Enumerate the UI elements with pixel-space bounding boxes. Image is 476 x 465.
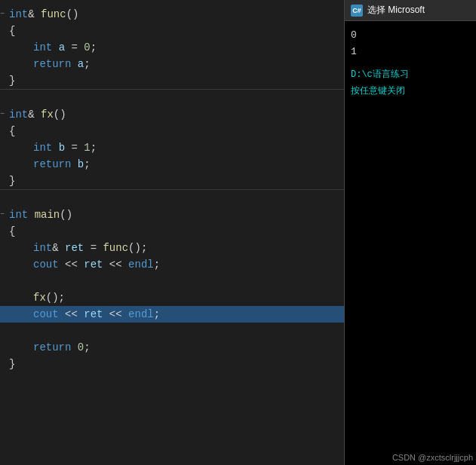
code-line-18: fx(); (0, 289, 355, 306)
code-line-16: cout << ret << endl; (0, 256, 355, 273)
console-output-0: 0 (351, 27, 470, 44)
console-title-bar: C# 选择 Microsoft (345, 0, 476, 21)
code-editor: − int& func() { int a = 0; return a; } −… (0, 0, 355, 465)
fold-indicator-8 (0, 123, 9, 139)
fold-indicator-14 (0, 223, 9, 240)
code-line-17 (0, 273, 355, 289)
code-line-20 (0, 323, 355, 339)
code-line-13: − int main() (0, 206, 355, 223)
code-line-9: int b = 1; (0, 139, 355, 156)
console-panel: C# 选择 Microsoft 0 1 D:\c语言练习 按任意键关闭 (344, 0, 476, 465)
fold-indicator-9 (0, 139, 9, 156)
code-line-15: int& ret = func(); (0, 240, 355, 256)
fold-indicator-7[interactable]: − (0, 106, 9, 123)
code-line-3: int a = 0; (0, 39, 355, 56)
watermark: CSDN @zxctsclrjjjcph (392, 453, 473, 462)
code-line-6 (0, 90, 355, 106)
console-path-area: D:\c语言练习 按任意键关闭 (351, 66, 470, 99)
console-body: 0 1 D:\c语言练习 按任意键关闭 (345, 21, 476, 465)
code-line-5: } (0, 72, 355, 89)
console-path: D:\c语言练习 (351, 66, 470, 83)
fold-indicator-1[interactable]: − (0, 6, 9, 23)
console-output-1: 1 (351, 44, 470, 60)
code-line-2: { (0, 23, 355, 39)
fold-indicator-5 (0, 72, 9, 89)
fold-indicator-19 (0, 306, 9, 323)
fold-indicator-2 (0, 23, 9, 39)
code-line-14: { (0, 223, 355, 240)
fold-indicator-15 (0, 240, 9, 256)
console-title-text: 选择 Microsoft (367, 4, 425, 17)
fold-indicator-16 (0, 256, 9, 273)
fold-indicator-21 (0, 339, 9, 356)
code-line-4: return a; (0, 56, 355, 72)
fold-indicator-10 (0, 156, 9, 173)
fold-indicator-13[interactable]: − (0, 206, 9, 223)
console-app-icon: C# (351, 5, 363, 17)
code-line-22: } (0, 356, 355, 372)
code-line-1: − int& func() (0, 6, 355, 23)
fold-indicator-3 (0, 39, 9, 56)
fold-indicator-18 (0, 289, 9, 306)
console-prompt: 按任意键关闭 (351, 83, 470, 99)
fold-indicator-22 (0, 356, 9, 372)
code-line-7: − int& fx() (0, 106, 355, 123)
code-line-21: return 0; (0, 339, 355, 356)
code-line-10: return b; (0, 156, 355, 173)
fold-indicator-11 (0, 173, 9, 189)
code-line-11: } (0, 173, 355, 189)
code-line-12 (0, 190, 355, 206)
code-line-8: { (0, 123, 355, 139)
fold-indicator-4 (0, 56, 9, 72)
code-line-19: cout << ret << endl; (0, 306, 355, 323)
